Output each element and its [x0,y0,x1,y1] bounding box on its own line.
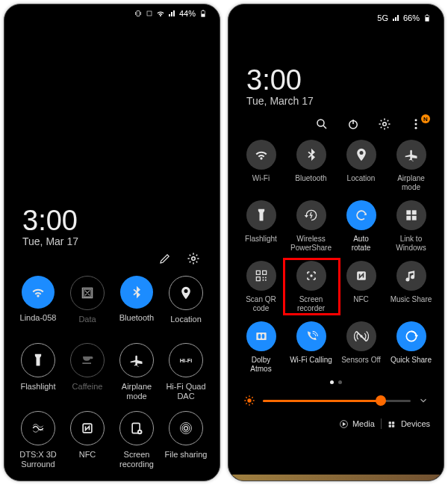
signal-icon [391,13,400,22]
clock-time: 3:00 [22,205,202,237]
tile-label: Dolby Atmos [250,356,271,373]
wifi-status-icon [156,9,165,18]
rotate-toggle[interactable] [346,200,376,230]
tile-dts: DTS:X 3D Surround [13,411,63,469]
tile-qr: Scan QR code [236,261,286,312]
status-bar: 44% [4,4,220,18]
tile-hifi: Hi-Fi Quad DAC [161,343,211,401]
bluetooth-icon [304,147,319,162]
brightness-track[interactable] [263,400,411,402]
quick-settings-grid: Linda-058DataBluetoothLocationFlashlight… [4,271,220,474]
powershare-toggle[interactable] [296,200,326,230]
tile-label: Sensors Off [341,356,381,372]
tile-label: Caffeine [72,382,103,400]
nfc2-toggle[interactable] [346,261,376,291]
sensors-toggle[interactable] [346,321,376,351]
edit-row [4,247,220,271]
svg-point-50 [247,398,251,402]
search-icon[interactable] [315,117,329,131]
tile-wifi: Linda-058 [13,276,63,333]
airplane-toggle[interactable] [119,343,154,377]
settings-icon[interactable] [378,117,391,131]
tile-wifi: Wi-Fi [236,140,286,191]
data-icon [80,285,95,300]
brightness-slider[interactable] [228,389,444,413]
tile-label: Screen recording [119,450,154,469]
nfc-toggle[interactable] [70,411,105,445]
hifi-icon [178,353,193,368]
phone-left-quick-settings: 44% 3:00 Tue, Mar 17 Linda-058DataBlueto… [4,4,220,481]
wifi-toggle[interactable] [22,276,55,309]
tile-bluetooth: Bluetooth [286,140,336,191]
music-icon [404,268,419,283]
tile-bluetooth: Bluetooth [112,276,161,333]
tile-screenrec: Screen recording [112,411,161,469]
wifi-icon [31,285,46,300]
battery-icon [199,9,208,18]
bluetooth-toggle[interactable] [296,140,326,170]
network-label: 5G [377,13,388,22]
hifi-toggle[interactable] [169,343,203,377]
qr-toggle[interactable] [246,261,276,291]
page-indicator[interactable] [228,376,444,389]
tile-label: Data [78,315,96,333]
quick-settings-grid: Wi-FiBluetoothLocationAirplane modeFlash… [228,137,444,376]
dts-toggle[interactable] [21,411,55,445]
power-icon[interactable] [346,117,360,131]
vibrate-icon [134,9,143,18]
flashlight-icon [31,353,46,368]
data-toggle[interactable] [70,276,105,310]
screenrec-toggle[interactable] [296,261,326,291]
svg-rect-45 [202,14,205,17]
wificall-toggle[interactable] [296,321,326,351]
music-toggle[interactable] [396,261,426,291]
settings-gear-icon[interactable] [187,252,200,265]
location-toggle[interactable] [346,140,376,170]
dolby-toggle[interactable] [246,321,276,351]
tile-rotate: Auto rotate [336,200,386,252]
brightness-icon [243,395,255,407]
wifi-toggle[interactable] [246,140,276,170]
wifi-icon [254,147,269,162]
status-bar: 5G 66% [228,4,444,27]
tile-powershare: Wireless PowerShare [286,200,336,252]
tile-label: Airplane mode [122,382,152,401]
flashlight-toggle[interactable] [246,200,276,230]
tile-airplane: Airplane mode [386,140,436,191]
tile-label: Linda-058 [20,313,57,331]
airplane-toggle[interactable] [396,140,426,170]
tile-label: NFC [79,450,96,468]
edit-pencil-icon[interactable] [158,252,172,265]
windows-toggle[interactable] [396,200,426,230]
tile-label: Location [170,315,202,333]
media-icon [339,419,349,429]
tile-nfc: NFC [63,411,112,469]
svg-rect-43 [147,11,152,16]
fileshare-toggle[interactable] [169,411,203,445]
tile-label: Wireless PowerShare [290,235,332,252]
tile-location: Location [161,276,211,333]
screenrec-icon [304,268,319,283]
devices-chip[interactable]: Devices [388,419,430,429]
tile-nfc2: NFC [336,261,386,312]
battery-pct: 66% [403,13,420,22]
location-toggle[interactable] [169,276,203,310]
tile-label: Flashlight [20,382,55,400]
dolby-icon [254,329,269,344]
quickshare-toggle[interactable] [396,321,426,351]
airplane-icon [404,147,419,162]
bluetooth-toggle[interactable] [120,276,153,309]
media-chip[interactable]: Media [339,419,375,429]
clock-area: 3:00 Tue, March 17 [228,64,444,107]
flashlight-icon [254,208,269,223]
svg-rect-49 [426,15,428,16]
screenrec-toggle[interactable] [119,411,154,445]
media-label: Media [352,419,375,428]
chevron-down-icon[interactable] [418,395,429,406]
tile-cup: Caffeine [63,343,112,401]
flashlight-toggle[interactable] [21,343,55,377]
clock-date: Tue, March 17 [246,95,426,107]
quickshare-icon [404,329,419,344]
cup-toggle[interactable] [70,343,105,377]
svg-rect-40 [137,11,140,16]
